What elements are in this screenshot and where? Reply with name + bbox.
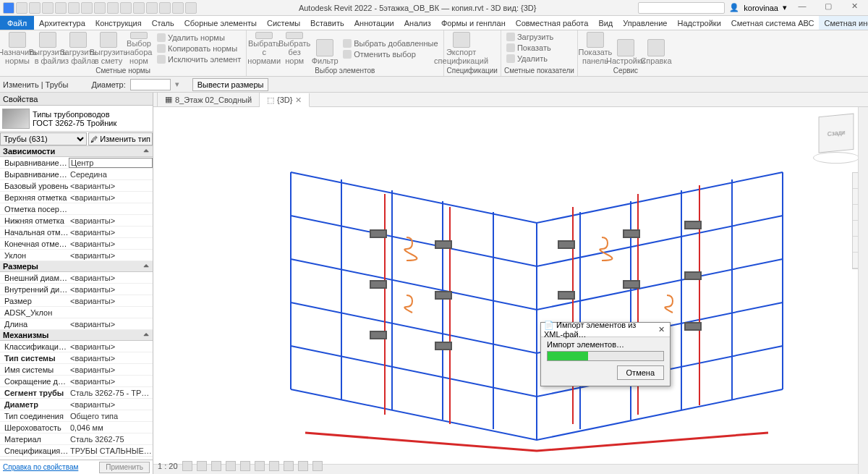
- user-icon[interactable]: 👤: [729, 3, 739, 12]
- select-added-button[interactable]: Выбрать добавленные: [341, 38, 440, 48]
- view-tab[interactable]: ▦8_Этаж 02_Сводный: [158, 93, 260, 106]
- vc-icon[interactable]: [240, 461, 250, 471]
- diameter-input[interactable]: [130, 79, 171, 90]
- maximize-button[interactable]: ▢: [817, 1, 839, 14]
- export-spec-button[interactable]: Экспорт спецификаций: [447, 32, 476, 65]
- import-file-button[interactable]: Загрузить из файла: [64, 32, 93, 65]
- property-grid[interactable]: ЗависимостиВыравнивание по гориз…ЦентрВы…: [0, 146, 153, 460]
- exclude-elem-button[interactable]: Исключить элемент: [155, 54, 243, 64]
- property-row[interactable]: МатериалСталь 3262-75: [0, 433, 153, 445]
- property-row[interactable]: Тип соединенияОбщего типа: [0, 410, 153, 422]
- assign-norms-button[interactable]: Назначить нормы: [3, 32, 32, 65]
- property-category[interactable]: Механизмы: [0, 330, 153, 341]
- vc-icon[interactable]: [312, 461, 323, 471]
- property-row[interactable]: Отметка посередине: [0, 203, 153, 215]
- scale-label[interactable]: 1 : 20: [158, 462, 178, 470]
- help-button[interactable]: Справка: [642, 32, 671, 65]
- property-value[interactable]: <варианты>: [69, 240, 153, 248]
- property-row[interactable]: Верхняя отметка<варианты>: [0, 192, 153, 203]
- vc-icon[interactable]: [197, 461, 207, 471]
- qat-btn[interactable]: [172, 2, 184, 14]
- props-help-link[interactable]: Справка по свойствам: [3, 463, 78, 471]
- vc-icon[interactable]: [226, 461, 236, 471]
- export-file-button[interactable]: Выгрузить в файл: [33, 32, 62, 65]
- tab-view[interactable]: Вид: [593, 16, 618, 30]
- search-input[interactable]: [638, 2, 725, 14]
- property-row[interactable]: Шероховатость0,046 мм: [0, 422, 153, 433]
- select-without-norms-button[interactable]: Выбрать без норм: [280, 32, 309, 65]
- property-row[interactable]: Базовый уровень<варианты>: [0, 180, 153, 192]
- select-with-norms-button[interactable]: Выбрать с нормами: [250, 32, 278, 65]
- property-row[interactable]: Внешний диаметр<варианты>: [0, 272, 153, 284]
- qat-btn[interactable]: [94, 2, 106, 14]
- qat-btn[interactable]: [68, 2, 80, 14]
- qat-btn[interactable]: [16, 2, 27, 14]
- tab-collab[interactable]: Совместная работа: [511, 16, 594, 30]
- qat-btn[interactable]: [42, 2, 54, 14]
- tab-arch[interactable]: Архитектура: [34, 16, 90, 30]
- select-normset-button[interactable]: Выбор набора норм: [124, 32, 153, 65]
- apply-button[interactable]: Применить: [99, 462, 150, 473]
- vc-icon[interactable]: [269, 461, 279, 471]
- property-row[interactable]: Конечная отметка посе…<варианты>: [0, 238, 153, 250]
- tab-addins[interactable]: Надстройки: [672, 16, 726, 30]
- property-value[interactable]: <варианты>: [69, 297, 153, 305]
- tab-systems[interactable]: Системы: [262, 16, 305, 30]
- type-selector[interactable]: Типы трубопроводовГОСТ 3262-75 Тройник: [0, 106, 153, 132]
- close-button[interactable]: ✕: [843, 1, 865, 14]
- output-dims-button[interactable]: Вывести размеры: [192, 78, 269, 91]
- property-row[interactable]: Диаметр<варианты>: [0, 399, 153, 410]
- property-row[interactable]: Сегмент трубыСталь 3262-75 - ТРУБЫ С…: [0, 387, 153, 399]
- view-cube-ring[interactable]: [813, 152, 859, 164]
- tab-smeta[interactable]: Сметная информация: [819, 16, 868, 30]
- vc-icon[interactable]: [298, 461, 308, 471]
- load-button[interactable]: Загрузить: [504, 32, 574, 42]
- qat-btn[interactable]: [55, 2, 67, 14]
- property-row[interactable]: Выравнивание по верти…Середина: [0, 169, 153, 180]
- property-row[interactable]: Размер<варианты>: [0, 295, 153, 307]
- property-value[interactable]: <варианты>: [69, 320, 153, 329]
- property-value[interactable]: <варианты>: [69, 182, 153, 190]
- tab-steel[interactable]: Сталь: [147, 16, 179, 30]
- property-row[interactable]: Начальная отметка пос…<варианты>: [0, 227, 153, 238]
- property-row[interactable]: Нижняя отметка<варианты>: [0, 215, 153, 227]
- show-panel-button[interactable]: Показать панель: [581, 32, 610, 65]
- property-value[interactable]: 0,046 мм: [69, 423, 153, 432]
- property-row[interactable]: Спецификация/ТипТРУБЫ СТАЛЬНЫЕ ВОДО…: [0, 445, 153, 457]
- dialog-close-button[interactable]: ✕: [656, 325, 667, 334]
- tab-massing[interactable]: Формы и генплан: [436, 16, 511, 30]
- vc-icon[interactable]: [255, 461, 265, 471]
- tab-struct[interactable]: Конструкция: [90, 16, 147, 30]
- qat-btn[interactable]: [133, 2, 145, 14]
- minimize-button[interactable]: —: [791, 1, 813, 14]
- property-row[interactable]: Выравнивание по гориз…Центр: [0, 157, 153, 169]
- file-tab[interactable]: Файл: [0, 16, 34, 30]
- property-row[interactable]: Уклон<варианты>: [0, 250, 153, 261]
- qat-btn[interactable]: [29, 2, 41, 14]
- tab-analyze[interactable]: Анализ: [399, 16, 436, 30]
- property-row[interactable]: Сокращение для систе…<варианты>: [0, 376, 153, 387]
- tab-manage[interactable]: Управление: [618, 16, 672, 30]
- filter-button[interactable]: Фильтр: [310, 32, 339, 65]
- qat-btn[interactable]: [146, 2, 158, 14]
- view-cube[interactable]: Сзади: [819, 114, 854, 153]
- property-value[interactable]: <варианты>: [69, 342, 153, 351]
- close-icon[interactable]: ✕: [295, 96, 302, 105]
- property-value[interactable]: <варианты>: [69, 285, 153, 294]
- property-row[interactable]: Длина<варианты>: [0, 318, 153, 330]
- property-row[interactable]: Внутренний диаметр<варианты>: [0, 284, 153, 295]
- qat-btn[interactable]: [159, 2, 171, 14]
- category-selector[interactable]: Трубы (631): [0, 132, 87, 145]
- tab-precast[interactable]: Сборные элементы: [179, 16, 262, 30]
- edit-type-button[interactable]: 🖉 Изменить тип: [88, 132, 153, 145]
- property-row[interactable]: ADSK_Уклон: [0, 307, 153, 318]
- property-value[interactable]: Центр: [69, 158, 153, 168]
- property-row[interactable]: Тип системы<варианты>: [0, 352, 153, 364]
- property-row[interactable]: Имя системы<варианты>: [0, 364, 153, 376]
- show-button[interactable]: Показать: [504, 43, 574, 53]
- vc-icon[interactable]: [211, 461, 221, 471]
- help-icon[interactable]: ▾: [783, 3, 787, 12]
- cancel-button[interactable]: Отмена: [617, 365, 664, 380]
- tab-insert[interactable]: Вставить: [305, 16, 349, 30]
- property-value[interactable]: ТРУБЫ СТАЛЬНЫЕ ВОДО…: [69, 447, 153, 455]
